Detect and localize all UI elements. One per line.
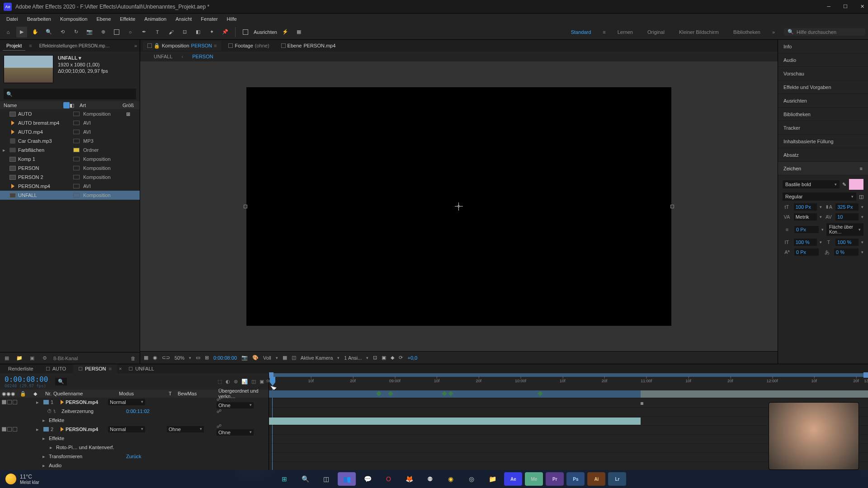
zoom-select[interactable]: 50% [175, 355, 184, 361]
menu-effekte[interactable]: Effekte [116, 15, 139, 23]
time-ruler[interactable]: :00f10f20f09:00f10f20f10:00f10f20f11:00f… [269, 373, 868, 389]
work-area[interactable] [269, 373, 868, 377]
keyframe[interactable] [388, 391, 393, 396]
font-size[interactable]: 100 Px [794, 203, 817, 211]
leading[interactable]: 325 Px [835, 203, 859, 211]
ai-app[interactable]: Ai [587, 472, 605, 486]
project-item[interactable]: AUTO bremst.mp4AVI [0, 118, 140, 127]
color-mgmt[interactable]: 🎨 [252, 355, 259, 361]
zoom-tool[interactable]: 🔍 [43, 27, 54, 38]
handle-left[interactable] [244, 205, 247, 208]
project-item[interactable]: PERSONKomposition [0, 164, 140, 173]
col-size[interactable]: Größ [123, 103, 136, 108]
motion-blur-toggle[interactable]: ⊛ [234, 379, 238, 385]
snap-options[interactable]: ⚡ [280, 27, 291, 38]
breadcrumb-person[interactable]: PERSON [192, 54, 213, 59]
transparency-grid[interactable]: ▦ [283, 355, 287, 361]
project-search[interactable]: 🔍 [4, 89, 136, 99]
project-settings-icon[interactable]: ⚙ [41, 354, 49, 362]
workspace-standard[interactable]: Standard [568, 28, 594, 37]
menu-datei[interactable]: Datei [3, 15, 22, 23]
weather-widget[interactable]: 11°C Meist klar [5, 474, 39, 485]
project-item[interactable]: PERSON.mp4AVI [0, 182, 140, 191]
col-label-swatch[interactable]: ◧ [70, 103, 80, 108]
graph-editor[interactable]: 📊 [241, 379, 248, 385]
timeline-tab[interactable]: UNFALL [123, 364, 160, 373]
timeline-tab[interactable]: AUTO [41, 364, 71, 373]
3d-toggle[interactable]: ▣ [382, 355, 386, 361]
menu-hilfe[interactable]: Hilfe [223, 15, 241, 23]
close-tab[interactable]: × [119, 366, 122, 371]
panel-absatz[interactable]: Absatz [778, 148, 868, 162]
renderer-icon[interactable]: ◆ [391, 355, 394, 361]
tab-project[interactable]: Projekt [3, 41, 25, 51]
whatsapp-app[interactable]: 💬 [359, 472, 377, 486]
baseline[interactable]: 0 Px [794, 249, 819, 256]
anchor-tool[interactable]: ⊕ [98, 27, 108, 38]
hand-tool[interactable]: ✋ [30, 27, 41, 38]
anchor-point[interactable] [455, 202, 463, 211]
interpret-footage-icon[interactable]: ▦ [3, 354, 11, 362]
tsume[interactable]: 0 % [834, 249, 859, 256]
timeline-sync[interactable]: ⟳ [399, 355, 403, 361]
ps-app[interactable]: Ps [566, 472, 585, 486]
menu-bearbeiten[interactable]: Bearbeiten [24, 15, 55, 23]
col-type[interactable]: Art [80, 103, 123, 108]
pen-tool[interactable]: ✒ [138, 27, 149, 38]
orbit-tool[interactable]: ⟲ [57, 27, 68, 38]
ae-app[interactable]: Ae [504, 472, 522, 486]
new-comp-icon[interactable]: ▣ [28, 354, 36, 362]
hscale[interactable]: 100 % [835, 239, 859, 246]
layer-property[interactable]: ▸Audio [0, 461, 269, 470]
firefox-app[interactable]: 🦊 [400, 472, 418, 486]
start-button[interactable]: ⊞ [275, 472, 293, 486]
app-unknown-2[interactable]: ◉ [442, 472, 460, 486]
panel-character[interactable]: Zeichen≡ [778, 162, 868, 175]
project-item[interactable]: AUTOKomposition⊞ [0, 109, 140, 118]
camera-select[interactable]: Aktive Kamera [301, 355, 333, 361]
fill-color[interactable] [849, 179, 863, 190]
rotate-tool[interactable]: ↻ [71, 27, 81, 38]
keyframe[interactable] [448, 391, 453, 396]
clone-tool[interactable]: ⊡ [179, 27, 190, 38]
explorer-app[interactable]: 📁 [483, 472, 501, 486]
workspace-libs[interactable]: Bibliotheken [731, 28, 763, 37]
app-unknown-1[interactable]: ⚉ [421, 472, 439, 486]
resolution-select[interactable]: Voll [263, 355, 271, 361]
vscale[interactable]: 100 % [794, 239, 817, 246]
workspace-small[interactable]: Kleiner Bildschirm [676, 28, 722, 37]
layer-property[interactable]: ▸TransformierenZurück [0, 452, 269, 461]
tracking[interactable]: 10 [835, 213, 859, 221]
puppet-tool[interactable]: 📌 [220, 27, 231, 38]
grid-toggle[interactable]: ⊞ [205, 355, 209, 361]
opera-app[interactable]: O [379, 472, 397, 486]
exposure[interactable]: +0,0 [407, 355, 417, 361]
comp-name[interactable]: UNFALL ▾ [58, 55, 108, 61]
tab-effect-controls[interactable]: Effekteinstellungen PERSON.mp… [36, 42, 113, 50]
project-item[interactable]: AUTO.mp4AVI [0, 127, 140, 136]
workspace-learn[interactable]: Lernen [615, 28, 636, 37]
brush-tool[interactable]: 🖌 [165, 27, 176, 38]
minimize-button[interactable]: ─ [827, 4, 830, 9]
snap-checkbox[interactable] [240, 27, 251, 38]
col-name[interactable]: Name [4, 103, 61, 108]
selection-tool[interactable]: ▶ [16, 27, 27, 38]
comp-tab[interactable]: 🔒 Komposition PERSON ≡ [143, 41, 221, 51]
font-style-select[interactable]: Regular▾ [783, 192, 856, 201]
clip[interactable] [269, 418, 641, 425]
timeline-tab[interactable]: Renderliste [3, 364, 39, 373]
handle-right[interactable] [670, 205, 674, 208]
draft-3d[interactable]: ◫ [251, 379, 256, 385]
trash-icon[interactable]: 🗑 [129, 354, 137, 362]
canvas[interactable] [246, 87, 671, 326]
me-app[interactable]: Me [525, 472, 543, 486]
camera-tool[interactable]: 📷 [84, 27, 95, 38]
panel-effekte-und-vorgaben[interactable]: Effekte und Vorgaben [778, 80, 868, 94]
viewer-time[interactable]: 0:00:08:00 [213, 355, 237, 361]
timeline-search[interactable]: 🔍 [55, 378, 67, 385]
project-item[interactable]: UNFALLKomposition [0, 191, 140, 200]
maximize-button[interactable]: ☐ [843, 4, 848, 9]
pr-app[interactable]: Pr [546, 472, 564, 486]
timeline-layer[interactable]: ▸1 PERSON.mp4Normal▾☍ Ohne▾ [0, 398, 269, 407]
roi-toggle[interactable]: ◫ [292, 355, 296, 361]
